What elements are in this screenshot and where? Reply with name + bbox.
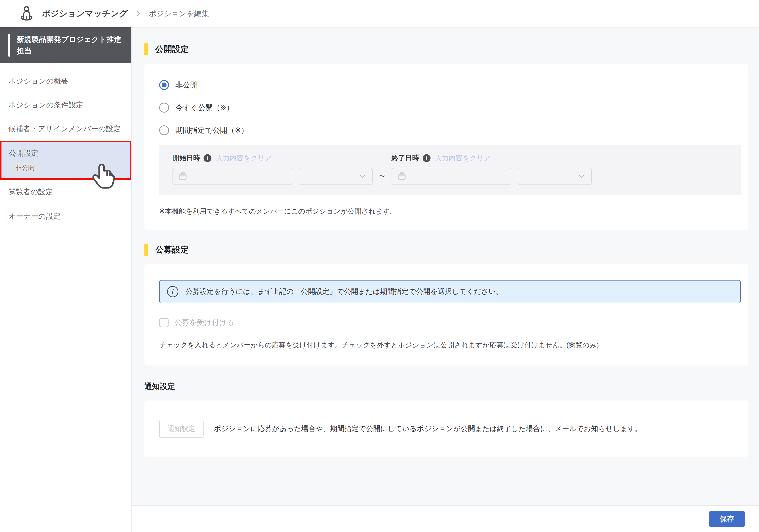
info-circle-icon: i	[167, 286, 179, 297]
start-datetime-label: 開始日時	[173, 153, 200, 163]
sidebar-item-label: ポジションの条件設定	[8, 101, 83, 109]
accept-applications-description: チェックを入れるとメンバーからの応募を受け付けます。チェックを外すとポジションは…	[159, 340, 741, 350]
chevron-down-icon	[358, 172, 367, 180]
radio-label: 期間指定で公開（※）	[176, 125, 248, 135]
radio-unselected-icon[interactable]	[159, 103, 169, 113]
publish-settings-heading: 公開設定	[144, 43, 748, 56]
end-datetime-group: 終了日時 i 入力内容をクリア	[392, 153, 592, 185]
checkbox-unchecked-icon[interactable]	[159, 318, 169, 327]
section-accent-bar	[144, 43, 148, 56]
sidebar-item-label: 閲覧者の設定	[8, 188, 53, 196]
sidebar: 新規製品開発プロジェクト推進担当 ポジションの概要 ポジションの条件設定 候補者…	[0, 27, 132, 532]
section-accent-bar	[144, 244, 148, 256]
sidebar-item-position-conditions[interactable]: ポジションの条件設定	[0, 93, 131, 117]
position-person-icon	[18, 6, 35, 21]
radio-unselected-icon[interactable]	[159, 125, 169, 135]
app-window: ポジションマッチング ポジションを編集 新規製品開発プロジェクト推進担当 ポジシ…	[0, 0, 759, 532]
radio-selected-icon[interactable]	[159, 80, 169, 90]
sidebar-item-viewer-settings[interactable]: 閲覧者の設定	[0, 180, 131, 204]
end-date-input[interactable]	[392, 168, 511, 185]
project-title-accent-bar	[8, 34, 10, 57]
notification-settings-button[interactable]: 通知設定	[159, 420, 204, 438]
end-time-select[interactable]	[518, 168, 592, 185]
notification-settings-card: 通知設定 ポジションに応募があった場合や、期間指定で公開にしているポジションが公…	[144, 400, 748, 457]
publish-settings-title: 公開設定	[155, 44, 189, 55]
sidebar-project-header: 新規製品開発プロジェクト推進担当	[0, 27, 131, 63]
date-range-separator: ~	[379, 170, 385, 185]
publish-settings-card: 非公開 今すぐ公開（※） 期間指定で公開（※） 開始日時	[144, 64, 748, 230]
calendar-icon	[397, 171, 407, 181]
recruitment-settings-title: 公募設定	[155, 244, 189, 255]
recruitment-settings-card: i 公募設定を行うには、まず上記の「公開設定」で公開または期間指定で公開を選択し…	[144, 264, 748, 365]
calendar-icon	[178, 171, 188, 181]
info-banner-text: 公募設定を行うには、まず上記の「公開設定」で公開または期間指定で公開を選択してく…	[185, 287, 503, 296]
recruitment-info-banner: i 公募設定を行うには、まず上記の「公開設定」で公開または期間指定で公開を選択し…	[159, 280, 741, 303]
radio-option-private[interactable]: 非公開	[159, 80, 741, 91]
publish-period-box: 開始日時 i 入力内容をクリア	[159, 145, 741, 195]
sidebar-item-position-overview[interactable]: ポジションの概要	[0, 69, 131, 93]
accept-applications-label: 公募を受け付ける	[175, 318, 234, 327]
sidebar-item-label: 候補者・アサインメンバーの設定	[8, 125, 121, 133]
radio-option-publish-now[interactable]: 今すぐ公開（※）	[159, 102, 741, 113]
sidebar-item-publish-settings[interactable]: 公開設定 非公開	[0, 141, 131, 180]
sidebar-item-label: ポジションの概要	[8, 77, 68, 85]
breadcrumb: ポジションマッチング ポジションを編集	[0, 0, 759, 27]
breadcrumb-app-title[interactable]: ポジションマッチング	[42, 8, 128, 19]
start-date-input[interactable]	[173, 168, 292, 185]
project-title: 新規製品開発プロジェクト推進担当	[17, 34, 125, 57]
notification-settings-title: 通知設定	[144, 381, 748, 392]
sidebar-item-label: 公開設定	[9, 147, 122, 159]
sidebar-nav: ポジションの概要 ポジションの条件設定 候補者・アサインメンバーの設定 公開設定…	[0, 69, 131, 228]
publish-status-badge: 非公開	[9, 162, 41, 173]
sidebar-item-label: オーナーの設定	[8, 212, 60, 220]
start-time-select[interactable]	[299, 168, 373, 185]
chevron-down-icon	[578, 172, 586, 180]
radio-label: 今すぐ公開（※）	[176, 103, 234, 113]
start-clear-input-link[interactable]: 入力内容をクリア	[216, 153, 272, 163]
end-clear-input-link[interactable]: 入力内容をクリア	[435, 153, 491, 163]
start-datetime-group: 開始日時 i 入力内容をクリア	[173, 153, 373, 185]
radio-label: 非公開	[176, 80, 198, 90]
notification-settings-description: ポジションに応募があった場合や、期間指定で公開にしているポジションが公開または終…	[214, 424, 642, 434]
accept-applications-checkbox-row[interactable]: 公募を受け付ける	[159, 318, 741, 327]
save-button[interactable]: 保存	[709, 511, 745, 527]
info-icon[interactable]: i	[204, 154, 212, 162]
breadcrumb-current-page: ポジションを編集	[149, 9, 209, 19]
sidebar-item-candidates-assign-members[interactable]: 候補者・アサインメンバーの設定	[0, 117, 131, 141]
footer-bar: 保存	[132, 506, 759, 532]
info-icon[interactable]: i	[422, 154, 430, 162]
end-datetime-label: 終了日時	[392, 153, 419, 163]
sidebar-item-owner-settings[interactable]: オーナーの設定	[0, 204, 131, 228]
radio-option-publish-period[interactable]: 期間指定で公開（※）	[159, 125, 741, 136]
publish-note: ※本機能を利用できるすべてのメンバーにこのポジションが公開されます。	[159, 207, 741, 216]
recruitment-settings-heading: 公募設定	[144, 244, 748, 256]
breadcrumb-chevron-icon	[135, 10, 142, 17]
main-area: 公開設定 非公開 今すぐ公開（※） 期間指定で公開（※）	[132, 27, 759, 532]
main-content: 公開設定 非公開 今すぐ公開（※） 期間指定で公開（※）	[132, 27, 759, 506]
